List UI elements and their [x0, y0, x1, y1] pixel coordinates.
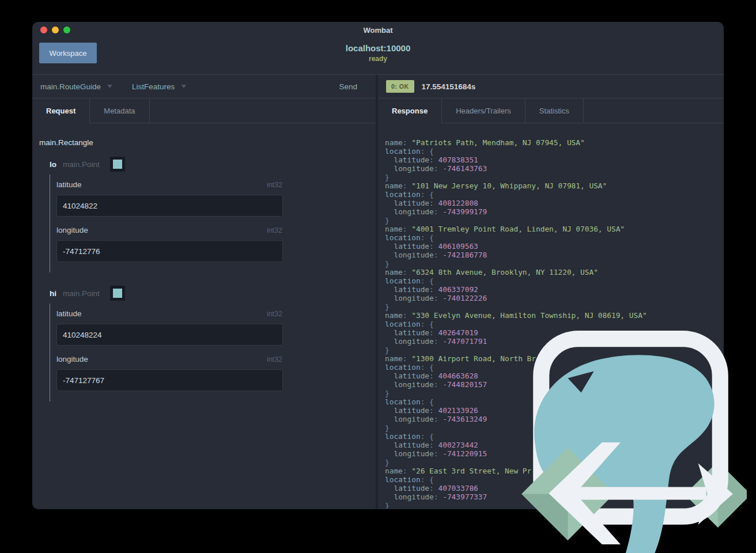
- response-line: location: {: [385, 233, 724, 242]
- tab-headers-trailers[interactable]: Headers/Trailers: [442, 99, 526, 123]
- field-label-row: latitudeint32: [56, 309, 282, 318]
- field-label: longitude: [56, 226, 88, 234]
- tab-response[interactable]: Response: [378, 99, 442, 123]
- tabbar-filler: [150, 99, 376, 123]
- server-status: ready: [32, 55, 724, 63]
- server-address: localhost:10000: [32, 43, 724, 53]
- response-line: longitude: -740122226: [385, 294, 724, 302]
- response-line: }: [385, 259, 724, 268]
- server-info: localhost:10000 ready: [32, 43, 724, 63]
- response-line: longitude: -743999179: [385, 207, 724, 216]
- response-line: name: "Patriots Path, Mendham, NJ 07945,…: [385, 138, 724, 147]
- field-type: int32: [267, 226, 282, 234]
- response-line: location: {: [385, 190, 724, 199]
- request-tabbar: Request Metadata: [32, 98, 376, 123]
- field-label-row: longitudeint32: [56, 355, 282, 363]
- field-message-type: main.Point: [63, 289, 100, 298]
- titlebar: Wombat: [32, 22, 724, 38]
- call-duration: 17.554151684s: [422, 82, 476, 91]
- request-panel: main.RouteGuide ListFeatures Send Reques…: [32, 75, 376, 509]
- field-input-lo-latitude[interactable]: [56, 195, 283, 217]
- request-form: main.Rectangle lomain.Pointlatitudeint32…: [32, 123, 376, 509]
- tabbar-filler: [584, 99, 724, 123]
- wombat-logo-watermark: [515, 320, 747, 553]
- field-group-header: himain.Point: [50, 285, 368, 301]
- message-type-label: main.Rectangle: [39, 138, 368, 147]
- field-label: longitude: [56, 355, 88, 363]
- request-fields: lomain.Pointlatitudeint32longitudeint32h…: [39, 156, 368, 402]
- window-title: Wombat: [32, 26, 724, 35]
- checkbox-checked-indicator: [113, 289, 122, 298]
- response-line: }: [385, 302, 724, 311]
- field-group-header: lomain.Point: [50, 156, 368, 172]
- field-type: int32: [267, 181, 282, 189]
- response-line: longitude: -742186778: [385, 251, 724, 259]
- response-line: name: "4001 Tremley Point Road, Linden, …: [385, 225, 724, 233]
- field-checkbox[interactable]: [110, 157, 125, 172]
- tab-metadata[interactable]: Metadata: [90, 99, 149, 123]
- field-type: int32: [267, 355, 282, 363]
- response-line: name: "330 Evelyn Avenue, Hamilton Towns…: [385, 311, 724, 320]
- request-toolbar: main.RouteGuide ListFeatures Send: [32, 75, 376, 98]
- send-button[interactable]: Send: [339, 82, 368, 91]
- response-line: longitude: -746143763: [385, 164, 724, 173]
- response-line: location: {: [385, 276, 724, 285]
- response-toolbar: 0: OK 17.554151684s: [378, 75, 724, 98]
- desktop: Wombat Workspace localhost:10000 ready m…: [0, 0, 756, 553]
- response-line: latitude: 406337092: [385, 285, 724, 294]
- checkbox-checked-indicator: [113, 160, 122, 169]
- field-input-hi-longitude[interactable]: [56, 369, 283, 391]
- status-badge: 0: OK: [386, 80, 414, 93]
- response-line: name: "101 New Jersey 10, Whippany, NJ 0…: [385, 181, 724, 190]
- field-name: hi: [50, 289, 56, 298]
- response-line: latitude: 408122808: [385, 199, 724, 207]
- field-label-row: latitudeint32: [56, 180, 282, 189]
- traffic-lights: [40, 26, 70, 33]
- minimize-button[interactable]: [52, 26, 59, 33]
- chevron-down-icon[interactable]: [181, 85, 186, 88]
- chevron-down-icon[interactable]: [107, 85, 112, 88]
- response-line: }: [385, 173, 724, 181]
- field-label: latitude: [56, 309, 82, 318]
- tab-statistics[interactable]: Statistics: [526, 99, 584, 123]
- response-tabbar: Response Headers/Trailers Statistics: [378, 98, 724, 123]
- field-group: latitudeint32longitudeint32: [50, 304, 282, 402]
- field-group: latitudeint32longitudeint32: [50, 175, 282, 272]
- response-line: location: {: [385, 147, 724, 156]
- response-line: latitude: 407838351: [385, 156, 724, 164]
- response-line: name: "6324 8th Avenue, Brooklyn, NY 112…: [385, 268, 724, 276]
- response-line: latitude: 406109563: [385, 242, 724, 251]
- field-label-row: longitudeint32: [56, 226, 282, 234]
- field-input-hi-latitude[interactable]: [56, 324, 283, 346]
- field-label: latitude: [56, 180, 82, 189]
- service-selector[interactable]: main.RouteGuide: [40, 82, 101, 91]
- tab-request[interactable]: Request: [32, 99, 90, 123]
- field-name: lo: [50, 160, 56, 169]
- field-message-type: main.Point: [63, 160, 100, 169]
- close-button[interactable]: [40, 26, 47, 33]
- response-line: }: [385, 216, 724, 225]
- header: Workspace localhost:10000 ready: [32, 38, 724, 75]
- field-input-lo-longitude[interactable]: [56, 240, 283, 262]
- maximize-button[interactable]: [63, 26, 70, 33]
- field-checkbox[interactable]: [110, 286, 125, 301]
- method-selector[interactable]: ListFeatures: [132, 82, 175, 91]
- field-type: int32: [267, 310, 282, 318]
